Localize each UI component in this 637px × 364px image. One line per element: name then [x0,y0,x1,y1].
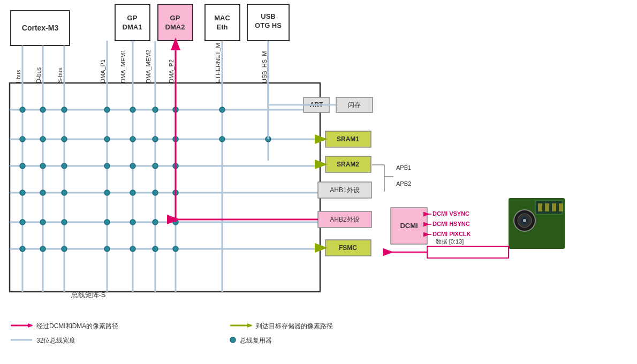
svg-text:ETHERNET_M: ETHERNET_M [215,43,221,83]
svg-text:数据 [0:13]: 数据 [0:13] [436,238,464,245]
svg-point-70 [20,219,25,225]
svg-point-69 [173,190,178,195]
svg-rect-92 [325,131,371,147]
svg-rect-6 [158,4,193,41]
svg-text:OTG HS: OTG HS [255,21,282,29]
svg-text:DMA_P1: DMA_P1 [100,59,106,83]
svg-point-48 [40,136,46,142]
svg-rect-0 [10,83,320,292]
svg-point-82 [153,246,158,252]
svg-marker-145 [247,323,253,328]
svg-point-42 [104,107,110,112]
svg-point-46 [219,107,225,112]
svg-rect-100 [325,240,371,256]
svg-point-57 [40,163,46,169]
svg-text:DCMI: DCMI [400,222,418,230]
svg-point-125 [514,210,535,231]
svg-rect-132 [552,203,556,211]
svg-rect-130 [538,203,542,211]
svg-point-73 [104,219,110,225]
svg-text:GP: GP [127,14,138,22]
svg-text:SRAM2: SRAM2 [337,161,359,168]
svg-point-47 [20,136,25,142]
svg-point-78 [40,246,46,252]
svg-point-77 [20,246,25,252]
svg-point-44 [153,107,158,112]
svg-text:SRAM1: SRAM1 [337,135,359,143]
svg-text:经过DCMI和DMA的像素路径: 经过DCMI和DMA的像素路径 [36,322,118,330]
svg-rect-84 [304,97,329,112]
svg-point-58 [62,163,67,169]
svg-point-66 [104,190,110,195]
svg-point-76 [173,219,178,225]
svg-text:FSMC: FSMC [339,244,357,252]
svg-point-50 [104,136,110,142]
svg-rect-3 [115,4,150,41]
svg-point-71 [40,219,46,225]
svg-text:S-bus: S-bus [57,67,63,83]
svg-rect-124 [509,198,565,249]
svg-point-60 [130,163,135,169]
svg-rect-129 [535,201,562,214]
svg-point-41 [62,107,67,112]
svg-text:AHB1外设: AHB1外设 [330,186,359,194]
svg-rect-94 [325,156,371,172]
svg-text:D-bus: D-bus [35,67,42,83]
svg-rect-134 [427,246,509,258]
svg-point-72 [62,219,67,225]
svg-point-74 [130,219,135,225]
svg-text:DCMI  VSYNC: DCMI VSYNC [433,210,469,217]
svg-text:Cortex-M3: Cortex-M3 [22,24,59,32]
svg-point-128 [523,219,526,222]
svg-point-75 [153,219,158,225]
svg-rect-116 [391,208,427,244]
svg-point-65 [62,190,67,195]
svg-rect-133 [559,203,563,211]
svg-point-56 [20,163,25,169]
svg-point-59 [104,163,110,169]
svg-point-53 [173,136,178,142]
svg-point-64 [40,190,46,195]
svg-rect-96 [318,182,371,198]
svg-rect-9 [205,4,240,41]
svg-point-63 [20,190,25,195]
svg-rect-12 [247,4,289,41]
svg-text:DMA2: DMA2 [165,23,185,31]
svg-text:APB2: APB2 [396,180,411,187]
svg-point-40 [40,107,46,112]
svg-point-54 [219,136,225,142]
svg-point-81 [130,246,135,252]
svg-point-51 [130,136,135,142]
svg-rect-98 [318,211,371,228]
svg-text:DMA_MEM1: DMA_MEM1 [120,50,126,83]
svg-point-127 [521,217,528,224]
svg-text:USB: USB [261,12,275,20]
svg-point-79 [62,246,67,252]
svg-point-68 [153,190,158,195]
svg-point-49 [62,136,67,142]
svg-point-147 [230,337,236,343]
svg-rect-86 [336,97,373,112]
svg-text:MAC: MAC [214,14,230,22]
svg-point-61 [153,163,158,169]
svg-point-67 [130,190,135,195]
svg-text:DMA_MEM2: DMA_MEM2 [145,50,151,83]
svg-text:GP: GP [170,14,180,22]
svg-text:APB1: APB1 [396,164,411,171]
svg-point-126 [518,214,532,228]
svg-point-62 [173,163,178,169]
svg-point-80 [104,246,110,252]
svg-point-55 [266,136,271,142]
svg-point-45 [173,107,178,112]
svg-text:DMA_P2: DMA_P2 [168,59,175,83]
svg-text:总线矩阵-S: 总线矩阵-S [71,291,106,299]
svg-text:Eth: Eth [217,23,228,31]
svg-text:32位总线宽度: 32位总线宽度 [36,337,75,344]
svg-text:到达目标存储器的像素路径: 到达目标存储器的像素路径 [256,322,333,330]
svg-text:DCMI  HSYNC: DCMI HSYNC [433,221,470,227]
svg-point-52 [153,136,158,142]
svg-text:DMA1: DMA1 [123,23,142,31]
svg-rect-1 [11,11,70,46]
svg-point-83 [173,246,178,252]
diagram-container: Cortex-M3 GP DMA1 GP DMA2 MAC Eth USB OT… [0,0,637,364]
